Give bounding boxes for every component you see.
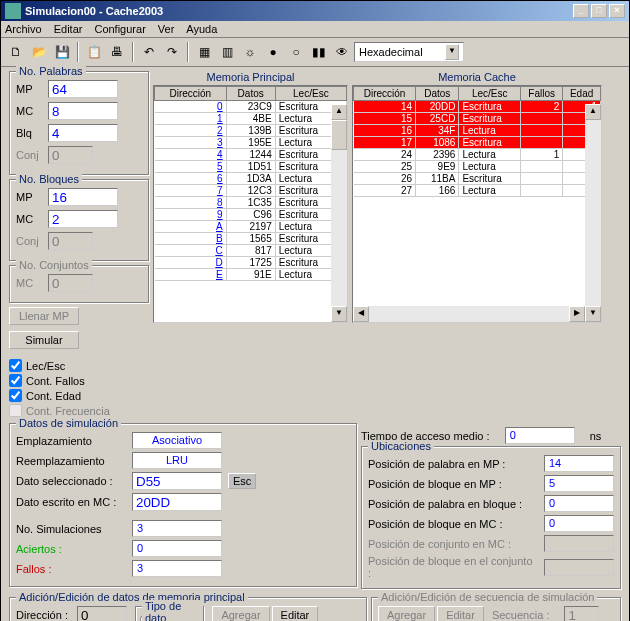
open-icon[interactable]: 📂 — [28, 41, 50, 63]
gear-icon[interactable]: ☼ — [239, 41, 261, 63]
run-icon[interactable]: ▦ — [193, 41, 215, 63]
copy-icon[interactable]: 📋 — [83, 41, 105, 63]
bloques-mc-input[interactable] — [48, 210, 118, 228]
palabras-conj-input — [48, 146, 93, 164]
mp-grid[interactable]: DirecciónDatosLec/Esc023C9Escritura14BEL… — [153, 85, 348, 323]
menubar: Archivo Editar Configurar Ver Ayuda — [1, 21, 629, 38]
mc-col-header[interactable]: Fallos — [521, 87, 563, 101]
minimize-button[interactable]: _ — [573, 4, 589, 18]
scroll-down-icon[interactable]: ▼ — [585, 306, 601, 322]
mp-header: Memoria Principal — [153, 71, 348, 83]
menu-ayuda[interactable]: Ayuda — [186, 23, 217, 35]
table-row[interactable]: 61D3ALectura — [155, 173, 347, 185]
scroll-right-icon[interactable]: ▶ — [569, 306, 585, 322]
table-row[interactable]: B1565Escritura — [155, 233, 347, 245]
table-row[interactable]: 171086Escritura — [354, 137, 601, 149]
table-row[interactable]: E91ELectura — [155, 269, 347, 281]
palabras-group: No. Palabras MP MC Blq Conj — [9, 71, 149, 175]
maximize-button[interactable]: □ — [591, 4, 607, 18]
reempl-value: LRU — [132, 452, 222, 469]
datosel-input[interactable] — [132, 472, 222, 490]
print-icon[interactable]: 🖶 — [106, 41, 128, 63]
table-row[interactable]: 1420DDEscritura21 — [354, 101, 601, 113]
redo-icon[interactable]: ↷ — [161, 41, 183, 63]
pos-blq-mc: 0 — [544, 515, 614, 532]
table-row[interactable]: 242396Lectura10 — [354, 149, 601, 161]
table-row[interactable]: 27166Lectura — [354, 185, 601, 197]
conjuntos-group: No. Conjuntos MC — [9, 265, 149, 303]
mp-col-header[interactable]: Datos — [226, 87, 275, 101]
circle-icon[interactable]: ● — [262, 41, 284, 63]
chk-frec — [9, 404, 22, 417]
esc-button[interactable]: Esc — [228, 473, 256, 489]
table-row[interactable]: A2197Lectura — [155, 221, 347, 233]
menu-archivo[interactable]: Archivo — [5, 23, 42, 35]
bloques-group: No. Bloques MP MC Conj — [9, 179, 149, 261]
mc-col-header[interactable]: Datos — [416, 87, 459, 101]
tiempo-value: 0 — [505, 427, 575, 444]
mp-col-header[interactable]: Lec/Esc — [275, 87, 346, 101]
mc-scrollbar-v[interactable]: ▲ ▼ — [585, 104, 601, 322]
table-row[interactable]: 1525CDEscritura — [354, 113, 601, 125]
scroll-left-icon[interactable]: ◀ — [353, 306, 369, 322]
mc-col-header[interactable]: Lec/Esc — [459, 87, 521, 101]
table-row[interactable]: 1634FLectura — [354, 125, 601, 137]
menu-editar[interactable]: Editar — [54, 23, 83, 35]
simdata-group: Datos de simulación EmplazamientoAsociat… — [9, 423, 357, 587]
toolbar: 🗋 📂 💾 📋 🖶 ↶ ↷ ▦ ▥ ☼ ● ○ ▮▮ 👁 Hexadecimal… — [1, 38, 629, 67]
editar-mp-button[interactable]: Editar — [272, 606, 319, 621]
conjuntos-mc-input — [48, 274, 93, 292]
eye-icon[interactable]: 👁 — [331, 41, 353, 63]
mc-scrollbar-h[interactable]: ◀ ▶ — [353, 306, 585, 322]
mc-grid[interactable]: DirecciónDatosLec/EscFallosEdad1420DDEsc… — [352, 85, 602, 323]
seq-sec-input — [564, 606, 599, 621]
menu-configurar[interactable]: Configurar — [94, 23, 145, 35]
edit-dir-input — [77, 606, 127, 621]
chk-edad[interactable] — [9, 389, 22, 402]
scroll-up-icon[interactable]: ▲ — [331, 104, 347, 120]
menu-ver[interactable]: Ver — [158, 23, 175, 35]
palabras-mp-input[interactable] — [48, 80, 118, 98]
table-row[interactable]: 712C3Escritura — [155, 185, 347, 197]
barcode-icon[interactable]: ▥ — [216, 41, 238, 63]
table-row[interactable]: 2139BEscritura — [155, 125, 347, 137]
chk-lecesc[interactable] — [9, 359, 22, 372]
table-row[interactable]: 3195ELectura — [155, 137, 347, 149]
pos-blq-mp: 5 — [544, 475, 614, 492]
undo-icon[interactable]: ↶ — [138, 41, 160, 63]
table-row[interactable]: 259E9Lectura — [354, 161, 601, 173]
mp-col-header[interactable]: Dirección — [155, 87, 227, 101]
mp-scrollbar[interactable]: ▲ ▼ — [331, 104, 347, 322]
table-row[interactable]: 14BELectura — [155, 113, 347, 125]
chart-icon[interactable]: ▮▮ — [308, 41, 330, 63]
chk-fallos[interactable] — [9, 374, 22, 387]
window-title: Simulacion00 - Cache2003 — [25, 5, 573, 17]
table-row[interactable]: 023C9Escritura — [155, 101, 347, 113]
format-combo[interactable]: Hexadecimal ▼ — [354, 42, 464, 62]
scroll-up-icon[interactable]: ▲ — [585, 104, 601, 120]
table-row[interactable]: 2611BAEscritura — [354, 173, 601, 185]
llenar-mp-button[interactable]: Llenar MP — [9, 307, 79, 325]
table-row[interactable]: 51D51Escritura — [155, 161, 347, 173]
scroll-down-icon[interactable]: ▼ — [331, 306, 347, 322]
new-icon[interactable]: 🗋 — [5, 41, 27, 63]
palabras-mc-input[interactable] — [48, 102, 118, 120]
chevron-down-icon[interactable]: ▼ — [445, 44, 459, 60]
dot-icon[interactable]: ○ — [285, 41, 307, 63]
bloques-mp-input[interactable] — [48, 188, 118, 206]
simular-button[interactable]: Simular — [9, 331, 79, 349]
table-row[interactable]: 41244Escritura — [155, 149, 347, 161]
table-row[interactable]: 81C35Escritura — [155, 197, 347, 209]
pos-pal-blq: 0 — [544, 495, 614, 512]
mc-col-header[interactable]: Edad — [563, 87, 601, 101]
datoesc-input[interactable] — [132, 493, 222, 511]
table-row[interactable]: 9C96Escritura — [155, 209, 347, 221]
close-button[interactable]: × — [609, 4, 625, 18]
save-icon[interactable]: 💾 — [51, 41, 73, 63]
palabras-blq-input[interactable] — [48, 124, 118, 142]
mc-col-header[interactable]: Dirección — [354, 87, 416, 101]
agregar-mp-button[interactable]: Agregar — [212, 606, 269, 621]
table-row[interactable]: D1725Escritura — [155, 257, 347, 269]
edit-mp-group: Adición/Edición de datos de memoria prin… — [9, 597, 367, 621]
table-row[interactable]: C817Lectura — [155, 245, 347, 257]
